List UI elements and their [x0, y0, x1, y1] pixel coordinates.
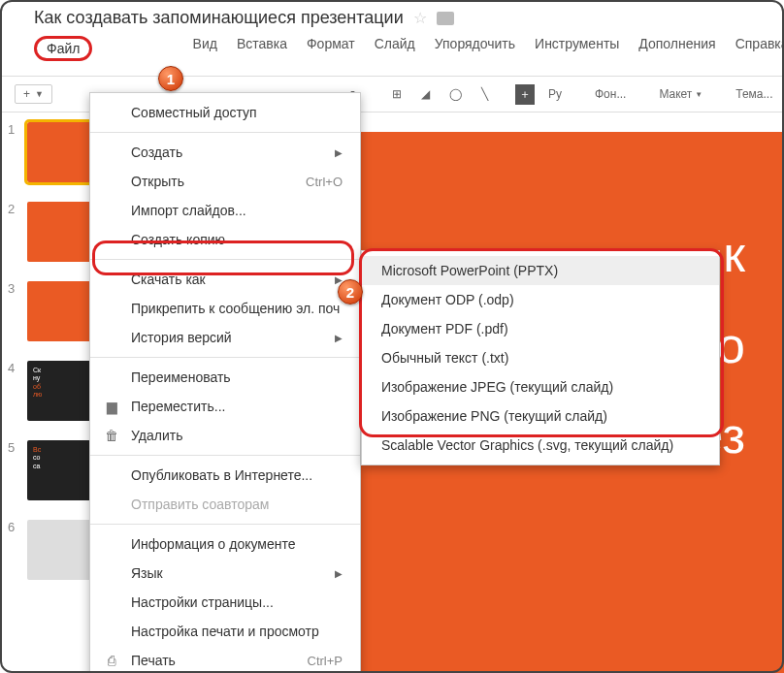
menu-language[interactable]: Язык▶	[90, 559, 360, 588]
menu-page-setup[interactable]: Настройки страницы...	[90, 588, 360, 617]
menu-download-as[interactable]: Скачать как▶	[90, 265, 360, 294]
menu-create[interactable]: Создать▶	[90, 138, 360, 167]
text-tool[interactable]: Ру	[542, 84, 568, 104]
toolbar-button[interactable]	[74, 91, 85, 97]
menu-publish[interactable]: Опубликовать в Интернете...	[90, 461, 360, 490]
menu-move[interactable]: ▆Переместить...	[90, 392, 360, 421]
menu-file[interactable]: Файл	[34, 36, 92, 61]
menu-arrange[interactable]: Упорядочить	[435, 36, 515, 61]
menu-print[interactable]: ⎙ПечатьCtrl+P	[90, 646, 360, 673]
theme-button[interactable]: Тема...	[730, 84, 778, 104]
annotation-badge-1: 1	[158, 66, 183, 91]
doc-title[interactable]: Как создавать запоминающиеся презентации	[34, 8, 404, 28]
annotation-badge-2: 2	[338, 279, 363, 304]
shape-icon[interactable]: ◯	[443, 84, 468, 104]
menu-share[interactable]: Совместный доступ	[90, 98, 360, 127]
export-png[interactable]: Изображение PNG (текущий слайд)	[362, 401, 719, 431]
background-button[interactable]: Фон...	[589, 84, 632, 104]
chevron-right-icon: ▶	[335, 147, 343, 158]
menu-open[interactable]: ОткрытьCtrl+O	[90, 167, 360, 196]
menu-info[interactable]: Информация о документе	[90, 529, 360, 559]
trash-icon: 🗑	[104, 428, 119, 443]
export-txt[interactable]: Обычный текст (.txt)	[362, 343, 719, 372]
menu-tools[interactable]: Инструменты	[535, 36, 619, 61]
chevron-right-icon: ▶	[335, 568, 343, 579]
menu-import[interactable]: Импорт слайдов...	[90, 196, 360, 225]
layout-button[interactable]: Макет ▼	[653, 84, 708, 104]
menu-copy[interactable]: Создать копию	[90, 225, 360, 254]
chevron-right-icon: ▶	[335, 333, 343, 343]
menubar: Файл Изменить Вид Вставка Формат Слайд У…	[34, 36, 784, 61]
line-icon[interactable]: ╲	[475, 84, 494, 104]
menu-addons[interactable]: Дополнения	[638, 36, 715, 61]
menu-format[interactable]: Формат	[307, 36, 355, 61]
menu-attach[interactable]: Прикрепить к сообщению эл. поч	[90, 294, 360, 323]
folder-icon: ▆	[104, 399, 119, 414]
menu-history[interactable]: История версий▶	[90, 323, 360, 352]
menu-delete[interactable]: 🗑Удалить	[90, 421, 360, 450]
menu-insert[interactable]: Вставка	[237, 36, 287, 61]
menu-send: Отправить соавторам	[90, 490, 360, 519]
star-icon[interactable]: ☆	[413, 9, 427, 27]
menu-slide[interactable]: Слайд	[375, 36, 415, 61]
menu-rename[interactable]: Переименовать	[90, 363, 360, 392]
export-odp[interactable]: Документ ODP (.odp)	[362, 285, 719, 314]
print-icon: ⎙	[104, 653, 119, 668]
download-as-submenu: Microsoft PowerPoint (PPTX) Документ ODP…	[361, 250, 720, 465]
export-pptx[interactable]: Microsoft PowerPoint (PPTX)	[362, 256, 719, 285]
image-icon[interactable]: ◢	[415, 84, 436, 104]
menu-print-setup[interactable]: Настройка печати и просмотр	[90, 617, 360, 646]
textbox-icon[interactable]: ⊞	[386, 84, 408, 104]
menu-help[interactable]: Справка	[735, 36, 784, 61]
menu-view[interactable]: Вид	[193, 36, 217, 61]
folder-icon[interactable]	[437, 12, 454, 25]
file-menu-dropdown: Совместный доступ Создать▶ ОткрытьCtrl+O…	[89, 92, 361, 673]
export-jpeg[interactable]: Изображение JPEG (текущий слайд)	[362, 372, 719, 401]
export-svg[interactable]: Scalable Vector Graphics (.svg, текущий …	[362, 431, 719, 460]
export-pdf[interactable]: Документ PDF (.pdf)	[362, 314, 719, 343]
comment-icon[interactable]: ＋	[515, 84, 535, 105]
new-slide-button[interactable]: +▼	[15, 84, 52, 104]
header: Как создавать запоминающиеся презентации…	[0, 0, 784, 61]
doc-title-row: Как создавать запоминающиеся презентации…	[34, 8, 784, 28]
